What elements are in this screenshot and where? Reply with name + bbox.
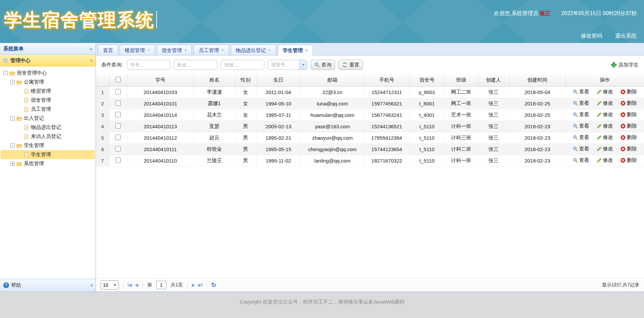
tree-node[interactable]: 学生管理 <box>1 150 95 159</box>
next-page-button[interactable]: ▶ <box>192 283 195 287</box>
delete-action[interactable]: 删除 <box>621 134 637 141</box>
cell-dorm_no: y_6001 <box>409 86 445 98</box>
student-no-input[interactable] <box>127 60 170 70</box>
tab[interactable]: 物品进出登记× <box>231 45 276 55</box>
select-arrow-icon: ▼ <box>113 283 116 287</box>
cell-email: 22@3.cn <box>301 86 364 98</box>
refresh-button[interactable]: ↻ <box>211 281 216 289</box>
row-index: 3 <box>96 109 109 121</box>
cell-creator: 张三 <box>478 121 509 132</box>
delete-action[interactable]: 删除 <box>621 111 637 118</box>
view-action[interactable]: 查看 <box>573 146 589 152</box>
edit-action[interactable]: 修改 <box>597 123 613 129</box>
edit-action[interactable]: 修改 <box>597 146 613 152</box>
page-prefix: 第 <box>147 282 152 288</box>
row-checkbox[interactable] <box>115 89 121 94</box>
cell-create_time: 2018-02-23 <box>509 121 566 132</box>
collapse-minus-icon[interactable]: - <box>10 143 15 148</box>
actions-cell: 查看修改删除 <box>566 86 644 98</box>
row-checkbox[interactable] <box>115 112 121 117</box>
view-action[interactable]: 查看 <box>573 100 589 106</box>
change-password-link[interactable]: 修改密码 <box>581 33 602 39</box>
help-expand-icon[interactable]: « <box>88 284 94 286</box>
cell-phone: 15244712311 <box>364 86 409 98</box>
view-action[interactable]: 查看 <box>573 89 589 95</box>
tree-node[interactable]: 来访人员登记 <box>1 132 95 141</box>
delete-action[interactable]: 删除 <box>621 123 637 129</box>
tab-close-icon[interactable]: × <box>147 48 150 52</box>
page-size-select[interactable]: 10 ▼ <box>101 280 119 289</box>
dorm-no-select[interactable]: 宿舍号... ▼ <box>268 60 307 70</box>
prev-page-button[interactable]: ◀ <box>135 283 138 287</box>
students-table-body: 1201440410103李潇潇女2011-01-0422@3.cn152447… <box>96 86 644 166</box>
tab[interactable]: 楼层管理× <box>120 45 155 55</box>
delete-action[interactable]: 删除 <box>621 100 637 106</box>
tab-close-icon[interactable]: × <box>268 48 271 52</box>
row-checkbox[interactable] <box>115 100 121 106</box>
help-bar[interactable]: ? 帮助 « <box>0 279 96 291</box>
tree-node[interactable]: 楼层管理 <box>1 87 95 96</box>
tree-node[interactable]: -公寓管理 <box>1 78 95 87</box>
search-button[interactable]: 查询 <box>311 60 335 70</box>
edit-action[interactable]: 修改 <box>597 89 613 95</box>
delete-action[interactable]: 删除 <box>621 89 637 95</box>
view-action[interactable]: 查看 <box>573 111 589 118</box>
sidebar-collapse-icon[interactable]: « <box>90 43 92 54</box>
select-chevron-down-icon[interactable]: ▼ <box>299 60 307 70</box>
edit-action[interactable]: 修改 <box>597 111 613 118</box>
tree-node[interactable]: -学生管理 <box>1 141 95 150</box>
logout-link[interactable]: 退出系统 <box>615 33 637 39</box>
tree-node[interactable]: 宿舍管理 <box>1 96 95 105</box>
tab[interactable]: 员工管理× <box>194 45 229 55</box>
edit-action[interactable]: 修改 <box>597 100 613 106</box>
edit-action[interactable]: 修改 <box>597 134 613 141</box>
row-checkbox[interactable] <box>115 146 121 151</box>
collapse-minus-icon[interactable]: - <box>3 71 8 75</box>
delete-action[interactable]: 删除 <box>621 146 637 152</box>
tab-close-icon[interactable]: × <box>305 48 308 53</box>
cell-birthday: 1994-05-10 <box>256 98 301 109</box>
tree-node[interactable]: +系统管理 <box>1 159 95 168</box>
table-row: 4201440410113亚瑟男2005-02-13yase@163.com15… <box>96 121 644 132</box>
name-input[interactable] <box>174 60 217 70</box>
cell-class_name: 网工一班 <box>445 98 478 109</box>
reset-button[interactable]: 重置 <box>338 60 363 70</box>
tab-close-icon[interactable]: × <box>184 48 187 52</box>
row-checkbox[interactable] <box>115 135 121 140</box>
panel-collapse-icon[interactable]: « <box>89 59 94 62</box>
menu-tree: -宿舍管理中心-公寓管理楼层管理宿舍管理员工管理-出入登记物品进出登记来访人员登… <box>0 66 96 279</box>
add-student-button[interactable]: 添加学生 <box>611 62 639 68</box>
welcome-text: 欢迎您,系统管理员 <box>494 10 538 16</box>
edit-action[interactable]: 修改 <box>597 157 613 164</box>
tab-close-icon[interactable]: × <box>221 48 224 52</box>
view-action[interactable]: 查看 <box>573 157 589 164</box>
row-checkbox[interactable] <box>115 157 121 163</box>
tree-node-label: 员工管理 <box>31 106 51 112</box>
tab[interactable]: 首页 <box>98 45 118 55</box>
current-page-input[interactable] <box>156 281 166 289</box>
accordion-panel-management-center[interactable]: 管理中心 « <box>0 55 96 66</box>
cell-create_time: 2018-02-23 <box>509 155 566 166</box>
tree-node[interactable]: 员工管理 <box>1 105 95 114</box>
view-action[interactable]: 查看 <box>573 134 589 141</box>
tab[interactable]: 宿舍管理× <box>157 45 192 55</box>
view-magnifier-icon <box>573 146 578 151</box>
delete-action[interactable]: 删除 <box>621 157 637 164</box>
collapse-minus-icon[interactable]: - <box>10 80 15 84</box>
expand-plus-icon[interactable]: + <box>10 162 15 166</box>
collapse-minus-icon[interactable]: - <box>10 116 15 121</box>
class-input[interactable] <box>221 60 264 70</box>
actions-cell: 查看修改删除 <box>566 132 644 143</box>
select-all-checkbox[interactable] <box>115 77 121 82</box>
tree-node-label: 宿舍管理中心 <box>17 70 47 76</box>
last-page-button[interactable]: ▶ <box>198 283 202 287</box>
view-action[interactable]: 查看 <box>573 123 589 129</box>
cell-name: 赵云 <box>194 132 235 143</box>
row-checkbox[interactable] <box>115 123 121 129</box>
tab[interactable]: 学生管理× <box>278 45 313 55</box>
tree-node[interactable]: -出入登记 <box>1 114 95 123</box>
first-page-button[interactable]: ◀ <box>128 283 132 287</box>
delete-icon <box>621 146 626 151</box>
tree-node[interactable]: -宿舍管理中心 <box>1 69 95 78</box>
tree-node[interactable]: 物品进出登记 <box>1 123 95 132</box>
